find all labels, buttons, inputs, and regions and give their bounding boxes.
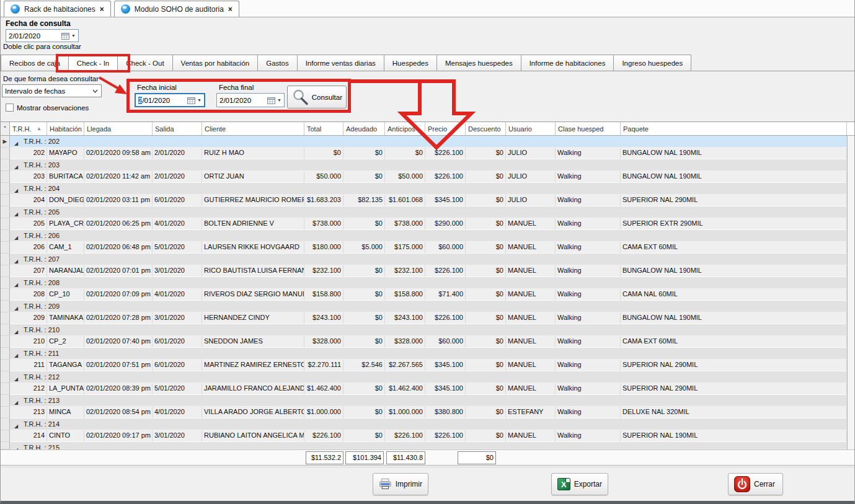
data-row[interactable]: 205PLAYA_CRI02/01/2020 06:25 pm4/01/2020… [1,218,855,230]
column-header-clase_huesped[interactable]: Clase huesped [556,122,621,135]
grid-cell-anticipos[interactable]: $1.462.400 [385,383,425,395]
report-tab-informe-ventas-diarias[interactable]: Informe ventas diarias [297,55,384,71]
column-header-total[interactable]: Total [304,122,343,135]
mostrar-observaciones-checkbox[interactable] [6,104,14,112]
grid-cell-usuario[interactable]: JULIO [506,195,556,206]
column-header-descuento[interactable]: Descuento [466,122,506,135]
grid-cell-adeudado[interactable]: $0 [343,407,385,418]
grid-cell-precio[interactable]: $345.100 [425,360,466,371]
report-tab-informe-de-habitaciones[interactable]: Informe de habitaciones [521,55,614,71]
group-row[interactable]: ◢T.R.H. : 214 [1,418,855,430]
grid-cell-usuario[interactable]: ESTEFANY [506,407,556,418]
close-icon[interactable]: × [100,6,104,13]
grid-cell-precio[interactable]: $345.100 [425,195,466,206]
grid-cell-cliente[interactable]: ORTIZ JUAN [202,171,304,183]
grid-cell-paquete[interactable]: SUPERIOR NAL 290MIL [621,383,847,395]
fecha-final-datepicker[interactable]: 2/01/2020 ▼ [216,93,285,107]
grid-cell-adeudado[interactable]: $5.000 [343,242,385,254]
grid-cell-anticipos[interactable]: $243.100 [385,312,425,324]
grid-cell-salida[interactable]: 6/01/2020 [153,360,202,371]
grid-cell-anticipos[interactable]: $0 [385,148,425,159]
data-row[interactable]: 214CINTO02/01/2020 09:17 pm3/01/2020RUBI… [1,430,855,442]
grid-cell-cliente[interactable]: VILLA ARADO JORGE ALBERTO [202,407,304,418]
grid-cell-salida[interactable]: 4/01/2020 [153,289,202,301]
report-tab-mensajes-huespedes[interactable]: Mensajes huespedes [436,55,521,71]
grid-cell-paquete[interactable]: SUPERIOR EXTR 290MIL [621,218,847,230]
group-row[interactable]: ◢T.R.H. : 206 [1,230,855,242]
grid-cell-adeudado[interactable]: $0 [343,430,385,442]
group-expanded-icon[interactable]: ◢ [14,209,18,220]
grid-cell-cliente[interactable]: MARTINEZ RAMIREZ ERNESTO [202,360,304,371]
group-row[interactable]: ◢T.R.H. : 205 [1,206,855,218]
grid-cell-habitacion[interactable]: MINCA [47,407,84,418]
grid-cell-total[interactable]: $0 [304,148,343,159]
grid-cell-salida[interactable]: 5/01/2020 [153,383,202,395]
grid-cell-clase_huesped[interactable]: Walking [556,383,621,395]
group-row[interactable]: ◢T.R.H. : 203 [1,159,855,171]
group-row[interactable]: ◢T.R.H. : 211 [1,348,855,360]
grid-cell-paquete[interactable]: BUNGALOW NAL 190MIL [621,265,847,277]
grid-cell-descuento[interactable]: $0 [466,312,506,324]
grid-cell-descuento[interactable]: $0 [466,195,506,206]
imprimir-button[interactable]: Imprimir [373,473,428,495]
data-row[interactable]: 202MAYAPO02/01/2020 09:58 am2/01/2020RUI… [1,148,855,159]
grid-cell-descuento[interactable]: $0 [466,336,506,348]
grid-cell-salida[interactable]: 2/01/2020 [153,148,202,159]
data-row[interactable]: 211TAGANGA02/01/2020 07:51 pm6/01/2020MA… [1,360,855,371]
grid-cell-salida[interactable]: 5/01/2020 [153,242,202,254]
chevron-down-icon[interactable]: ▼ [277,98,284,102]
calendar-icon[interactable] [267,97,275,104]
data-row[interactable]: 203BURITACA02/01/2020 11:42 am2/01/2020O… [1,171,855,183]
grid-cell-clase_huesped[interactable]: Walking [556,242,621,254]
chevron-down-icon[interactable]: ▼ [71,33,78,38]
grid-cell-cliente[interactable]: GUTIERREZ MAURICIO ROMERO [202,195,304,206]
close-icon[interactable]: × [228,6,233,13]
column-header-habitacion[interactable]: Habitación [47,122,84,135]
grid-cell-precio[interactable]: $380.800 [425,407,466,418]
group-expanded-icon[interactable]: ◢ [14,421,18,432]
group-expanded-icon[interactable]: ◢ [14,350,18,361]
grid-cell-anticipos[interactable]: $226.100 [385,430,425,442]
group-row[interactable]: ◢T.R.H. : 209 [1,301,855,312]
grid-cell-total[interactable]: $2.270.111 [304,360,343,371]
grid-cell-clase_huesped[interactable]: Walking [556,195,621,206]
grid-cell-cliente[interactable]: JARAMILLO FRANCO ALEJANDRA [202,383,304,395]
group-expanded-icon[interactable]: ◢ [14,232,18,244]
grid-cell-total[interactable]: $50.000 [304,171,343,183]
grid-cell-total[interactable]: $243.100 [304,312,343,324]
grid-cell-anticipos[interactable]: $158.800 [385,289,425,301]
vertical-scrollbar[interactable] [847,136,855,449]
grid-cell-usuario[interactable]: MANUEL [506,360,556,371]
grid-cell-adeudado[interactable]: $0 [343,289,385,301]
grid-cell-cliente[interactable]: RIVEROS DIAZ SERGIO MANUEL [202,289,304,301]
grid-cell-llegada[interactable]: 02/01/2020 07:28 pm [84,312,153,324]
grid-cell-paquete[interactable]: CAMA NAL 60MIL [621,289,847,301]
grid-cell-paquete[interactable]: DELUXE NAL 320MIL [621,407,847,418]
data-row[interactable]: 212LA_PUNTA02/01/2020 08:39 pm5/01/2020J… [1,383,855,395]
grid-cell-precio[interactable]: $226.100 [425,430,466,442]
grid-cell-usuario[interactable]: MANUEL [506,383,556,395]
grid-cell-total[interactable]: $226.100 [304,430,343,442]
grid-cell-paquete[interactable]: BUNGALOW NAL 190MIL [621,171,847,183]
grid-cell-adeudado[interactable]: $0 [343,312,385,324]
grid-cell-cliente[interactable]: LAURSEN RIKKE HOVGAARD [202,242,304,254]
column-header-adeudado[interactable]: Adeudado [343,122,385,135]
grid-cell-precio[interactable]: $226.100 [425,265,466,277]
grid-cell-adeudado[interactable]: $0 [343,336,385,348]
group-expanded-icon[interactable]: ◢ [14,280,18,291]
grid-cell-paquete[interactable]: BUNGALOW NAL 190MIL [621,312,847,324]
grid-cell-salida[interactable]: 3/01/2020 [153,312,202,324]
grid-cell-precio[interactable]: $60.000 [425,242,466,254]
grid-cell-llegada[interactable]: 02/01/2020 07:51 pm [84,360,153,371]
column-header-salida[interactable]: Salida [153,122,202,135]
column-header-trh[interactable]: T.R.H.▲ [10,122,47,135]
grid-cell-adeudado[interactable]: $0 [343,265,385,277]
data-row[interactable]: 207NARANJAL02/01/2020 07:01 pm3/01/2020R… [1,265,855,277]
group-expanded-icon[interactable]: ◢ [14,138,18,149]
grid-cell-anticipos[interactable]: $175.000 [385,242,425,254]
group-expanded-icon[interactable]: ◢ [14,303,18,314]
grid-cell-descuento[interactable]: $0 [466,148,506,159]
group-expanded-icon[interactable]: ◢ [14,185,18,197]
grid-cell-salida[interactable]: 6/01/2020 [153,195,202,206]
grid-cell-cliente[interactable]: RUIZ H MAO [202,148,304,159]
